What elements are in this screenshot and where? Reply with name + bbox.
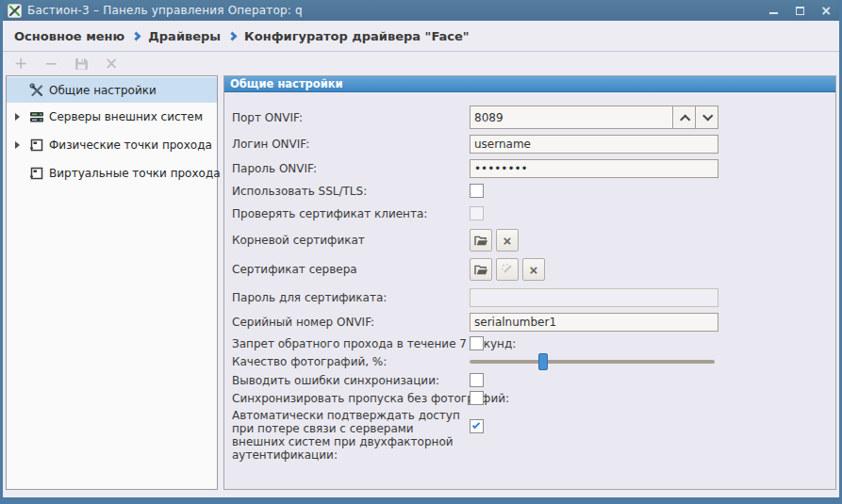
servers-icon bbox=[29, 109, 44, 124]
plus-icon: + bbox=[14, 56, 27, 72]
spin-up-button[interactable] bbox=[673, 106, 696, 129]
use-ssl-label: Использовать SSL/TLS: bbox=[232, 185, 470, 198]
form-row: Пароль ONVIF: bbox=[232, 159, 826, 178]
onvif-password-label: Пароль ONVIF: bbox=[232, 162, 470, 175]
expand-arrow-icon[interactable] bbox=[15, 141, 20, 149]
window-controls: × bbox=[768, 5, 832, 16]
onvif-port-label: Порт ONVIF: bbox=[232, 111, 470, 124]
breadcrumb-item-main-menu[interactable]: Основное меню bbox=[14, 29, 124, 43]
tree-item-label: Серверы внешних систем bbox=[49, 110, 203, 123]
clear-root-cert-button[interactable]: × bbox=[496, 229, 519, 252]
antipassback-label: Запрет обратного прохода в течение 7 сек… bbox=[232, 337, 470, 350]
chevron-right-icon bbox=[132, 31, 141, 41]
sync-no-photo-checkbox[interactable] bbox=[470, 391, 484, 405]
remove-button[interactable]: − bbox=[42, 56, 59, 73]
toolbar: + − × bbox=[3, 52, 839, 75]
generate-server-cert-button bbox=[496, 258, 519, 281]
onvif-serial-input[interactable] bbox=[470, 313, 718, 332]
close-button[interactable]: × bbox=[820, 5, 832, 16]
x-icon: × bbox=[504, 234, 512, 248]
tree-item-external-servers[interactable]: Серверы внешних систем bbox=[7, 103, 217, 131]
check-icon bbox=[472, 421, 480, 429]
show-sync-errors-checkbox[interactable] bbox=[470, 373, 484, 387]
browse-server-cert-button[interactable] bbox=[470, 258, 492, 281]
panel-header: Общие настройки bbox=[224, 76, 835, 92]
save-button[interactable] bbox=[73, 56, 90, 73]
maximize-icon bbox=[796, 7, 804, 15]
sync-no-photo-label: Синхронизировать пропуска без фотографий… bbox=[232, 392, 470, 405]
driver-tree: Общие настройки Серверы внешних систем bbox=[6, 75, 218, 490]
settings-form: Порт ONVIF: Логин ONVIF: Пароль ONVIF: bbox=[224, 92, 835, 462]
use-ssl-checkbox[interactable] bbox=[470, 184, 484, 198]
form-row: Корневой сертификат × bbox=[232, 229, 826, 252]
spin-down-button[interactable] bbox=[696, 106, 718, 129]
show-sync-errors-label: Выводить ошибки синхронизации: bbox=[232, 374, 470, 387]
onvif-port-input[interactable] bbox=[470, 106, 673, 129]
form-row: Логин ONVIF: bbox=[232, 135, 826, 154]
browse-root-cert-button[interactable] bbox=[470, 229, 492, 252]
form-row: Синхронизировать пропуска без фотографий… bbox=[232, 391, 826, 405]
cert-password-label: Пароль для сертификата: bbox=[232, 291, 470, 304]
form-row: Сертификат сервера bbox=[232, 258, 826, 281]
delete-button[interactable]: × bbox=[103, 56, 120, 73]
maximize-button[interactable] bbox=[794, 5, 805, 16]
folder-open-icon bbox=[474, 264, 488, 276]
magic-wand-icon bbox=[501, 263, 514, 276]
expand-arrow-icon[interactable] bbox=[15, 113, 20, 121]
x-icon: × bbox=[105, 56, 118, 72]
access-point-icon bbox=[29, 166, 44, 181]
cert-password-input bbox=[470, 288, 718, 307]
auto-confirm-label: Автоматически подтверждать доступ при по… bbox=[232, 409, 470, 462]
tree-item-general-settings[interactable]: Общие настройки bbox=[7, 77, 217, 103]
onvif-password-input[interactable] bbox=[470, 159, 718, 178]
minimize-icon bbox=[769, 12, 778, 14]
panel-title: Общие настройки bbox=[230, 77, 343, 90]
chevron-right-icon bbox=[228, 31, 238, 41]
tree-item-label: Физические точки прохода bbox=[49, 138, 212, 152]
auto-confirm-checkbox[interactable] bbox=[470, 419, 484, 433]
photo-quality-label: Качество фотографий, %: bbox=[232, 355, 470, 368]
onvif-serial-label: Серийный номер ONVIF: bbox=[232, 316, 470, 329]
chevron-up-icon bbox=[680, 114, 690, 124]
onvif-port-spinner bbox=[470, 106, 718, 129]
verify-client-cert-checkbox bbox=[470, 206, 484, 220]
form-row: Выводить ошибки синхронизации: bbox=[232, 373, 826, 387]
breadcrumb-item-face-configurator[interactable]: Конфигуратор драйвера "Face" bbox=[244, 29, 469, 43]
tree-item-physical-access-points[interactable]: Физические точки прохода bbox=[7, 131, 217, 159]
minimize-button[interactable] bbox=[768, 5, 779, 16]
tree-item-label: Общие настройки bbox=[49, 84, 157, 97]
antipassback-checkbox[interactable] bbox=[470, 336, 484, 350]
breadcrumb-item-drivers[interactable]: Драйверы bbox=[148, 29, 221, 43]
verify-client-cert-label: Проверять сертификат клиента: bbox=[232, 207, 470, 220]
form-row: Проверять сертификат клиента: bbox=[232, 206, 826, 220]
chevron-down-icon bbox=[702, 110, 713, 121]
form-row: Пароль для сертификата: bbox=[232, 288, 826, 307]
root-cert-label: Корневой сертификат bbox=[232, 234, 470, 247]
slider-track bbox=[470, 360, 715, 364]
onvif-login-input[interactable] bbox=[470, 135, 718, 154]
minus-icon: − bbox=[44, 56, 58, 72]
server-cert-label: Сертификат сервера bbox=[232, 263, 470, 276]
form-row: Использовать SSL/TLS: bbox=[232, 184, 826, 198]
photo-quality-slider[interactable] bbox=[470, 353, 715, 370]
folder-open-icon bbox=[474, 235, 488, 247]
form-row: Автоматически подтверждать доступ при по… bbox=[232, 409, 826, 462]
breadcrumb: Основное меню Драйверы Конфигуратор драй… bbox=[3, 21, 839, 52]
save-icon bbox=[74, 57, 89, 71]
tree-item-virtual-access-points[interactable]: Виртуальные точки прохода bbox=[7, 159, 217, 187]
app-logo-icon bbox=[8, 4, 22, 18]
slider-handle[interactable] bbox=[538, 353, 548, 370]
main-area: Общие настройки Серверы внешних систем bbox=[6, 75, 836, 490]
form-row: Серийный номер ONVIF: bbox=[232, 313, 826, 332]
tree-item-label: Виртуальные точки прохода bbox=[49, 167, 221, 180]
form-row: Качество фотографий, %: bbox=[232, 353, 826, 370]
add-button[interactable]: + bbox=[12, 56, 29, 73]
window-title: Бастион-3 – Панель управления Оператор: … bbox=[27, 4, 303, 17]
onvif-login-label: Логин ONVIF: bbox=[232, 138, 470, 151]
titlebar: Бастион-3 – Панель управления Оператор: … bbox=[3, 0, 839, 21]
clear-server-cert-button[interactable]: × bbox=[522, 258, 545, 281]
form-row: Порт ONVIF: bbox=[232, 106, 826, 129]
x-icon: × bbox=[530, 263, 538, 277]
settings-panel: Общие настройки Порт ONVIF: Логин ONVIF: bbox=[223, 75, 836, 490]
access-point-icon bbox=[29, 138, 44, 153]
